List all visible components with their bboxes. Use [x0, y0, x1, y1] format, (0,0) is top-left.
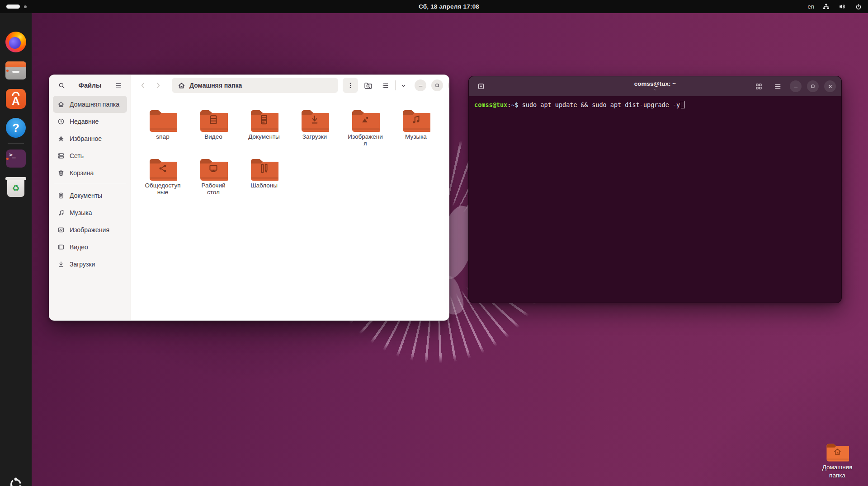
dock-separator [8, 143, 24, 144]
folder-tile-Музыка[interactable]: Музыка [392, 108, 439, 152]
typed-command: sudo apt update && sudo apt dist-upgrade… [522, 101, 680, 108]
folder-tile-Документы[interactable]: Документы [241, 108, 288, 152]
network-icon [57, 152, 65, 159]
search-in-folder-button[interactable] [360, 78, 376, 93]
chevron-left-icon [138, 81, 147, 90]
ubuntu-logo-icon [9, 477, 23, 486]
folder-tile-Загрузки[interactable]: Загрузки [291, 108, 338, 152]
sidebar-item-trash[interactable]: Корзина [53, 164, 127, 182]
running-indicator-dot [6, 158, 9, 160]
volume-icon [838, 2, 847, 11]
folder-icon [351, 108, 380, 132]
folder-tile-Изображения[interactable]: Изображения [342, 108, 389, 152]
tab-overview-button[interactable] [752, 79, 765, 93]
prompt-line: comss@tux:~$ sudo apt update && sudo apt… [474, 101, 685, 108]
folder-tile-Шаблоны[interactable]: Шаблоны [241, 157, 288, 201]
minimize-button[interactable] [415, 79, 426, 91]
sidebar-item-pictures[interactable]: Изображения [53, 221, 127, 238]
sidebar-item-downloads[interactable]: Загрузки [53, 256, 127, 273]
terminal-subtitle: ~ [654, 88, 656, 93]
back-button[interactable] [136, 78, 150, 93]
minimize-icon [417, 82, 425, 89]
sidebar-item-music[interactable]: Музыка [53, 204, 127, 221]
list-view-icon [381, 81, 390, 90]
view-options-dropdown[interactable] [397, 78, 409, 93]
files-headerbar: Домашняя папка [131, 75, 449, 96]
star-icon [57, 135, 65, 142]
folder-icon [199, 108, 228, 132]
download-icon [57, 261, 65, 268]
search-icon [57, 81, 66, 90]
trash-icon [57, 169, 65, 177]
keyboard-layout-indicator[interactable]: en [808, 3, 814, 10]
search-button[interactable] [55, 79, 68, 92]
clock-menu[interactable]: Сб, 18 апреля 17:08 [419, 0, 479, 13]
desktop-icon-home[interactable]: Домашняя папка [819, 442, 856, 479]
firefox-icon [5, 32, 26, 52]
terminal-headerbar: comss@tux: ~ ~ [469, 76, 841, 96]
folder-tile-Общедоступные[interactable]: Общедоступные [139, 157, 186, 201]
sidebar-bookmarks-list: Документы Музыка Изображения Видео Загру… [49, 187, 131, 273]
close-button[interactable] [448, 79, 449, 91]
terminal-screen[interactable]: comss@tux:~$ sudo apt update && sudo apt… [469, 96, 841, 303]
folder-icon [401, 108, 430, 132]
workspace-inactive-dot[interactable] [24, 5, 27, 8]
terminal-window: comss@tux: ~ ~ comss@tux:~$ sudo apt upd… [468, 76, 842, 303]
sidebar-item-videos[interactable]: Видео [53, 238, 127, 256]
sidebar-item-documents[interactable]: Документы [53, 187, 127, 204]
dock-item-software[interactable]: A [5, 88, 27, 110]
files-main: Домашняя папка [131, 75, 449, 320]
minimize-button[interactable] [790, 80, 802, 92]
hamburger-icon [774, 82, 782, 91]
home-icon [57, 101, 65, 108]
folder-tile-snap[interactable]: snap [139, 108, 186, 152]
music-icon [57, 209, 65, 216]
clock-label: Сб, 18 апреля 17:08 [419, 3, 479, 10]
workspace-active-pill[interactable] [6, 5, 20, 9]
help-icon: ? [6, 118, 26, 138]
system-status-area[interactable]: en [808, 0, 863, 13]
close-button[interactable] [824, 80, 836, 92]
forward-button[interactable] [151, 78, 165, 93]
dock: A ? >_ ♻ [0, 13, 32, 486]
dock-item-terminal[interactable]: >_ [5, 148, 27, 169]
files-window: Файлы Домашняя папка Недавние Избранное … [49, 75, 449, 321]
dock-item-firefox[interactable] [5, 31, 27, 53]
home-icon [178, 82, 185, 89]
list-view-toggle[interactable] [377, 78, 393, 93]
sidebar-item-network[interactable]: Сеть [53, 147, 127, 164]
power-icon [854, 3, 863, 11]
sidebar-divider [54, 184, 126, 184]
folder-tile-Видео[interactable]: Видео [190, 108, 237, 152]
workspace-indicator[interactable] [6, 5, 27, 9]
minimize-icon [792, 83, 800, 90]
terminal-icon: >_ [6, 150, 26, 168]
path-bar[interactable]: Домашняя папка [172, 78, 338, 93]
document-icon [57, 192, 65, 199]
top-bar: Сб, 18 апреля 17:08 en [0, 0, 868, 13]
folder-grid: snap Видео Документы Загрузки Изображени… [131, 96, 449, 320]
maximize-button[interactable] [431, 79, 443, 91]
show-apps-button[interactable] [5, 473, 27, 486]
dock-item-help[interactable]: ? [5, 117, 27, 139]
folder-tile-Рабочий стол[interactable]: Рабочий стол [190, 157, 237, 201]
dock-item-files[interactable] [5, 60, 27, 81]
video-icon [57, 243, 65, 251]
terminal-title: comss@tux: ~ [634, 80, 676, 87]
sidebar-menu-button[interactable] [112, 79, 125, 92]
sidebar-item-home[interactable]: Домашняя папка [53, 96, 127, 113]
grid-icon [755, 82, 763, 91]
close-icon [826, 83, 834, 90]
hamburger-icon [114, 81, 123, 89]
maximize-button[interactable] [807, 80, 819, 92]
new-tab-button[interactable] [474, 79, 488, 93]
image-icon [57, 226, 65, 234]
folder-menu-button[interactable] [343, 78, 358, 93]
terminal-cursor [681, 101, 685, 108]
sidebar-item-recent[interactable]: Недавние [53, 113, 127, 130]
sidebar-item-starred[interactable]: Избранное [53, 130, 127, 147]
files-app-title: Файлы [68, 82, 112, 89]
terminal-menu-button[interactable] [771, 79, 784, 93]
dock-item-trash[interactable]: ♻ [5, 176, 27, 198]
window-controls [415, 79, 449, 91]
